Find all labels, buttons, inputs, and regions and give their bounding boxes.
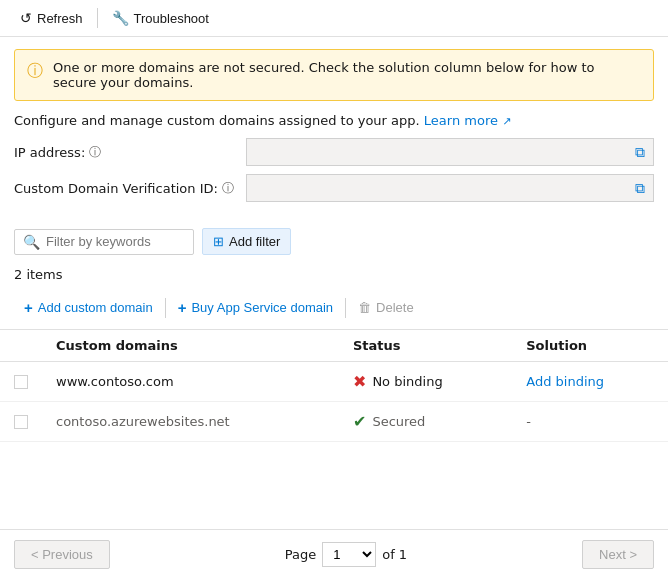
item-count: 2 items	[0, 263, 668, 290]
description-section: Configure and manage custom domains assi…	[0, 113, 668, 138]
verification-id-label: Custom Domain Verification ID: ⓘ	[14, 180, 234, 197]
row2-solution-cell: -	[512, 402, 668, 442]
row1-domain-cell: www.contoso.com	[42, 362, 339, 402]
warning-icon: ⓘ	[27, 61, 43, 82]
filter-icon: ⊞	[213, 234, 224, 249]
ip-address-label: IP address: ⓘ	[14, 144, 234, 161]
row2-success-icon: ✔	[353, 412, 366, 431]
buy-app-service-domain-button[interactable]: + Buy App Service domain	[168, 294, 343, 321]
troubleshoot-icon: 🔧	[112, 10, 129, 26]
delete-icon: 🗑	[358, 300, 371, 315]
page-label: Page	[285, 547, 316, 562]
action-bar: + Add custom domain + Buy App Service do…	[0, 290, 668, 330]
col-solution: Solution	[512, 330, 668, 362]
ip-address-copy-button[interactable]: ⧉	[626, 138, 654, 166]
row1-domain: www.contoso.com	[56, 374, 174, 389]
verification-id-info-icon[interactable]: ⓘ	[222, 180, 234, 197]
row1-add-binding-link[interactable]: Add binding	[526, 374, 604, 389]
table-body: www.contoso.com ✖ No binding Add binding	[0, 362, 668, 442]
add-filter-label: Add filter	[229, 234, 280, 249]
pagination: < Previous Page 1 of 1 Next >	[0, 529, 668, 579]
ip-address-info-icon[interactable]: ⓘ	[89, 144, 101, 161]
search-icon: 🔍	[23, 234, 40, 250]
count-text: 2 items	[14, 267, 63, 282]
ip-address-row: IP address: ⓘ ⧉	[14, 138, 654, 166]
page-select[interactable]: 1	[322, 542, 376, 567]
filter-input[interactable]	[46, 234, 176, 249]
row2-checkbox-cell	[0, 402, 42, 442]
page-info: Page 1 of 1	[285, 542, 407, 567]
filter-section: 🔍 ⊞ Add filter	[0, 220, 668, 263]
troubleshoot-button[interactable]: 🔧 Troubleshoot	[106, 6, 215, 30]
delete-label: Delete	[376, 300, 414, 315]
verification-id-input[interactable]	[246, 174, 654, 202]
filter-input-wrap: 🔍	[14, 229, 194, 255]
warning-text: One or more domains are not secured. Che…	[53, 60, 641, 90]
table-row: contoso.azurewebsites.net ✔ Secured -	[0, 402, 668, 442]
copy-icon: ⧉	[635, 144, 645, 161]
app-container: ↺ Refresh 🔧 Troubleshoot ⓘ One or more d…	[0, 0, 668, 579]
col-custom-domains: Custom domains	[42, 330, 339, 362]
add-domain-label: Add custom domain	[38, 300, 153, 315]
ip-address-field-container: ⧉	[246, 138, 654, 166]
row1-solution-cell: Add binding	[512, 362, 668, 402]
previous-label: < Previous	[31, 547, 93, 562]
row2-status-text: Secured	[372, 414, 425, 429]
custom-domains-table: Custom domains Status Solution www.conto…	[0, 330, 668, 442]
col-checkbox	[0, 330, 42, 362]
verification-id-label-text: Custom Domain Verification ID:	[14, 181, 218, 196]
copy-icon-2: ⧉	[635, 180, 645, 197]
add-domain-icon: +	[24, 299, 33, 316]
row1-error-icon: ✖	[353, 372, 366, 391]
refresh-label: Refresh	[37, 11, 83, 26]
row2-status-wrap: ✔ Secured	[353, 412, 498, 431]
learn-more-link[interactable]: Learn more ↗	[424, 113, 512, 128]
add-custom-domain-button[interactable]: + Add custom domain	[14, 294, 163, 321]
table-row: www.contoso.com ✖ No binding Add binding	[0, 362, 668, 402]
row1-status-wrap: ✖ No binding	[353, 372, 498, 391]
action-separator-2	[345, 298, 346, 318]
delete-button[interactable]: 🗑 Delete	[348, 295, 424, 320]
row1-solution-text: Add binding	[526, 374, 604, 389]
row2-solution-text: -	[526, 414, 531, 429]
action-separator-1	[165, 298, 166, 318]
verification-id-field-container: ⧉	[246, 174, 654, 202]
toolbar: ↺ Refresh 🔧 Troubleshoot	[0, 0, 668, 37]
buy-domain-label: Buy App Service domain	[191, 300, 333, 315]
refresh-icon: ↺	[20, 10, 32, 26]
ip-address-input[interactable]	[246, 138, 654, 166]
troubleshoot-label: Troubleshoot	[134, 11, 209, 26]
description-text: Configure and manage custom domains assi…	[14, 113, 420, 128]
ip-address-label-text: IP address:	[14, 145, 85, 160]
next-button[interactable]: Next >	[582, 540, 654, 569]
row2-status-cell: ✔ Secured	[339, 402, 512, 442]
warning-banner: ⓘ One or more domains are not secured. C…	[14, 49, 654, 101]
row1-status-cell: ✖ No binding	[339, 362, 512, 402]
of-label: of 1	[382, 547, 407, 562]
row2-domain: contoso.azurewebsites.net	[56, 414, 230, 429]
previous-button[interactable]: < Previous	[14, 540, 110, 569]
row1-status-text: No binding	[372, 374, 442, 389]
table-head: Custom domains Status Solution	[0, 330, 668, 362]
verification-id-row: Custom Domain Verification ID: ⓘ ⧉	[14, 174, 654, 202]
add-filter-button[interactable]: ⊞ Add filter	[202, 228, 291, 255]
learn-more-label: Learn more	[424, 113, 498, 128]
toolbar-separator	[97, 8, 98, 28]
fields-section: IP address: ⓘ ⧉ Custom Domain Verificati…	[0, 138, 668, 220]
row1-checkbox[interactable]	[14, 375, 28, 389]
buy-domain-icon: +	[178, 299, 187, 316]
row1-checkbox-cell	[0, 362, 42, 402]
col-status: Status	[339, 330, 512, 362]
row2-domain-cell: contoso.azurewebsites.net	[42, 402, 339, 442]
external-link-icon: ↗	[502, 115, 511, 128]
row2-checkbox[interactable]	[14, 415, 28, 429]
table-header-row: Custom domains Status Solution	[0, 330, 668, 362]
next-label: Next >	[599, 547, 637, 562]
refresh-button[interactable]: ↺ Refresh	[14, 6, 89, 30]
verification-id-copy-button[interactable]: ⧉	[626, 174, 654, 202]
